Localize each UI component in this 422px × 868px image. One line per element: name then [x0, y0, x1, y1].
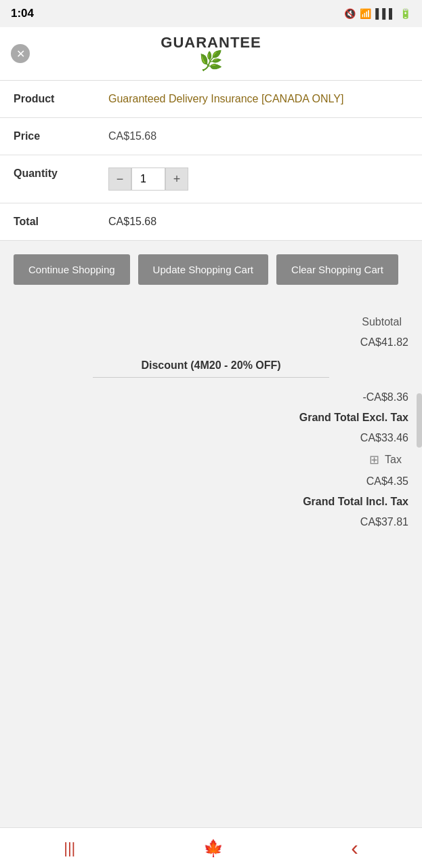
signal-icon: ▌▌▌ [375, 8, 396, 19]
quantity-label: Quantity [14, 167, 108, 180]
status-icons: 🔇 📶 ▌▌▌ 🔋 [344, 8, 411, 19]
grand-total-incl-label: Grand Total Incl. Tax [303, 496, 408, 508]
bottom-nav: ||| 🍁 ‹ [0, 827, 422, 868]
grand-total-incl-value: CA$37.81 [341, 516, 408, 528]
discount-value-row: -CA$8.36 [14, 387, 408, 408]
discount-label: Discount (4M20 - 20% OFF) [141, 359, 280, 372]
subtotal-label: Subtotal [362, 316, 402, 328]
tax-value-row: CA$4.35 [14, 471, 408, 492]
subtotal-value-row: CA$41.82 [14, 332, 408, 353]
logo-text: GUARANTEE [161, 34, 261, 52]
mute-icon: 🔇 [344, 8, 356, 19]
close-button[interactable]: ✕ [11, 44, 30, 63]
total-row: Total CA$15.68 [0, 203, 422, 241]
status-bar: 1:04 🔇 📶 ▌▌▌ 🔋 [0, 0, 422, 27]
product-row: Product Guaranteed Delivery Insurance [C… [0, 81, 422, 118]
total-label: Total [14, 216, 108, 228]
logo: GUARANTEE 🌿 [161, 34, 261, 71]
cart-table: Product Guaranteed Delivery Insurance [C… [0, 81, 422, 241]
grand-total-excl-row: Grand Total Excl. Tax [14, 408, 408, 428]
grand-total-excl-value: CA$33.46 [341, 432, 408, 444]
grand-total-incl-value-row: CA$37.81 [14, 512, 408, 532]
total-value: CA$15.68 [108, 216, 408, 228]
back-icon[interactable]: ‹ [351, 835, 358, 861]
logo-leaf-icon: 🌿 [199, 52, 223, 71]
status-time: 1:04 [11, 7, 34, 20]
header: ✕ GUARANTEE 🌿 [0, 27, 422, 81]
grand-total-excl-value-row: CA$33.46 [14, 428, 408, 448]
summary-section: Subtotal CA$41.82 Discount (4M20 - 20% O… [0, 292, 422, 546]
price-label: Price [14, 130, 108, 142]
quantity-increase-button[interactable]: + [165, 167, 188, 191]
home-leaf-icon[interactable]: 🍁 [203, 839, 224, 858]
action-buttons: Continue Shopping Update Shopping Cart C… [0, 241, 422, 292]
menu-icon[interactable]: ||| [64, 840, 75, 857]
scrollbar[interactable] [417, 393, 422, 448]
discount-value: -CA$8.36 [341, 391, 408, 403]
quantity-input[interactable] [131, 167, 165, 191]
discount-divider [93, 377, 330, 378]
tax-icon: ⊞ [369, 452, 379, 467]
quantity-decrease-button[interactable]: − [108, 167, 131, 191]
tax-label: Tax [385, 454, 402, 466]
clear-cart-button[interactable]: Clear Shopping Cart [276, 254, 398, 285]
grand-total-excl-label: Grand Total Excl. Tax [299, 412, 408, 424]
product-value: Guaranteed Delivery Insurance [CANADA ON… [108, 93, 408, 105]
quantity-row: Quantity − + [0, 155, 422, 203]
price-row: Price CA$15.68 [0, 118, 422, 155]
subtotal-row: Subtotal [14, 312, 408, 332]
subtotal-value: CA$41.82 [341, 336, 408, 349]
tax-row: ⊞ Tax [14, 448, 408, 471]
grand-total-incl-row: Grand Total Incl. Tax [14, 492, 408, 512]
wifi-icon: 📶 [360, 8, 371, 19]
discount-row: Discount (4M20 - 20% OFF) [14, 353, 408, 387]
tax-value: CA$4.35 [341, 475, 408, 488]
price-value: CA$15.68 [108, 130, 408, 142]
continue-shopping-button[interactable]: Continue Shopping [14, 254, 130, 285]
update-cart-button[interactable]: Update Shopping Cart [138, 254, 268, 285]
product-label: Product [14, 93, 108, 105]
battery-icon: 🔋 [400, 8, 411, 19]
quantity-controls: − + [108, 167, 188, 191]
close-icon: ✕ [16, 47, 25, 60]
